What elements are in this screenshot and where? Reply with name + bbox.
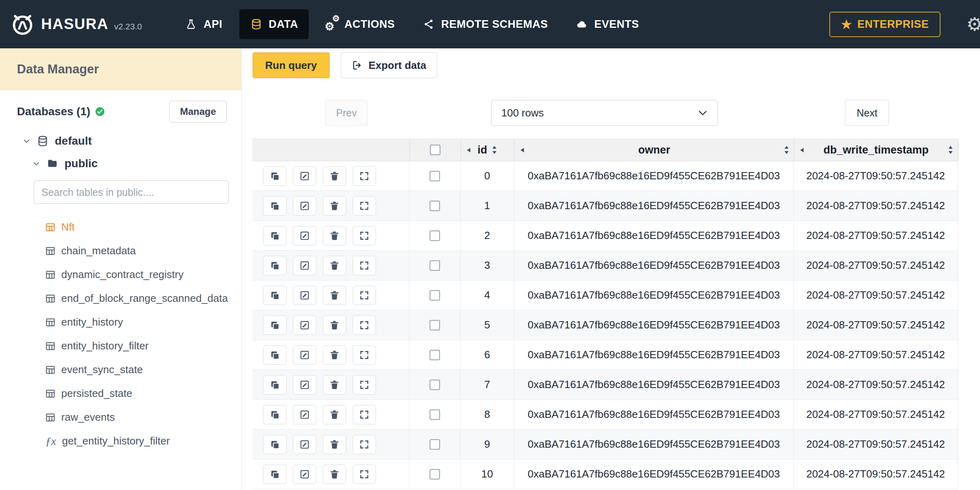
expand-row-button[interactable]: [353, 435, 376, 454]
expand-row-button[interactable]: [353, 345, 376, 365]
row-checkbox[interactable]: [430, 469, 440, 480]
clone-row-button[interactable]: [263, 226, 287, 245]
nav-item-data[interactable]: DATA: [239, 9, 309, 39]
edit-row-button[interactable]: [293, 345, 316, 365]
header-db-write-timestamp[interactable]: db_write_timestamp: [794, 139, 958, 161]
delete-row-button[interactable]: [323, 256, 346, 275]
header-id[interactable]: id: [461, 139, 515, 161]
sort-icon[interactable]: [491, 145, 498, 155]
sidebar-table-item[interactable]: chain_metadata: [0, 239, 241, 263]
row-actions-cell: [253, 161, 409, 191]
row-checkbox[interactable]: [430, 171, 440, 181]
next-page-button[interactable]: Next: [845, 100, 889, 126]
nav-item-remote-schemas[interactable]: REMOTE SCHEMAS: [412, 9, 559, 39]
row-checkbox[interactable]: [430, 409, 440, 420]
sidebar-table-item[interactable]: end_of_block_range_scanned_data: [0, 287, 241, 310]
clone-row-button[interactable]: [263, 465, 287, 484]
collapse-column-icon[interactable]: [799, 147, 805, 153]
sidebar-table-item[interactable]: persisted_state: [0, 382, 241, 405]
sort-icon[interactable]: [947, 145, 954, 155]
chevron-down-icon[interactable]: [32, 160, 40, 168]
rows-per-page-select[interactable]: 100 rows: [491, 100, 718, 126]
clone-row-button[interactable]: [263, 196, 287, 216]
sidebar-function-item[interactable]: ƒx get_entity_history_filter: [0, 429, 241, 453]
edit-row-button[interactable]: [293, 226, 316, 245]
sidebar-table-item[interactable]: event_sync_state: [0, 358, 241, 382]
clone-row-button[interactable]: [263, 286, 287, 305]
enterprise-button[interactable]: ★ ENTERPRISE: [829, 12, 941, 37]
edit-row-button[interactable]: [293, 196, 316, 216]
delete-row-button[interactable]: [323, 375, 346, 394]
delete-row-button[interactable]: [323, 435, 346, 454]
chevron-down-icon[interactable]: [23, 137, 31, 145]
sidebar-table-item[interactable]: entity_history: [0, 310, 241, 334]
row-checkbox-cell: [409, 430, 461, 459]
row-checkbox-cell: [409, 400, 461, 429]
clone-row-button[interactable]: [263, 256, 287, 275]
expand-row-button[interactable]: [353, 196, 376, 216]
row-checkbox[interactable]: [430, 320, 440, 330]
edit-row-button[interactable]: [293, 435, 316, 454]
nav-item-api[interactable]: API: [174, 9, 233, 39]
export-data-button[interactable]: Export data: [341, 52, 437, 78]
sidebar-table-item[interactable]: Nft: [0, 215, 241, 239]
row-checkbox[interactable]: [430, 380, 440, 390]
delete-row-button[interactable]: [323, 316, 346, 335]
clone-row-button[interactable]: [263, 316, 287, 335]
settings-gear-icon[interactable]: ⚙: [966, 13, 980, 35]
manage-button[interactable]: Manage: [169, 101, 227, 122]
delete-row-button[interactable]: [323, 465, 346, 484]
expand-row-button[interactable]: [353, 375, 376, 394]
select-all-checkbox[interactable]: [430, 145, 440, 155]
tree-item-default-database[interactable]: default: [23, 135, 241, 147]
sidebar-table-item[interactable]: dynamic_contract_registry: [0, 263, 241, 287]
expand-row-button[interactable]: [353, 316, 376, 335]
row-checkbox[interactable]: [430, 439, 440, 450]
clone-row-button[interactable]: [263, 345, 287, 365]
tree-item-public-schema[interactable]: public: [32, 157, 241, 170]
expand-row-button[interactable]: [353, 226, 376, 245]
edit-row-button[interactable]: [293, 316, 316, 335]
nav-item-events[interactable]: EVENTS: [565, 9, 650, 39]
sidebar-table-item[interactable]: raw_events: [0, 405, 241, 429]
row-checkbox[interactable]: [430, 260, 440, 271]
row-checkbox[interactable]: [430, 201, 440, 211]
search-tables-input[interactable]: [34, 181, 229, 204]
sort-icon[interactable]: [783, 145, 790, 155]
delete-row-button[interactable]: [323, 226, 346, 245]
edit-row-button[interactable]: [293, 286, 316, 305]
collapse-column-icon[interactable]: [519, 147, 525, 153]
header-owner[interactable]: owner: [515, 139, 794, 161]
delete-row-button[interactable]: [323, 166, 346, 186]
clone-row-button[interactable]: [263, 405, 287, 424]
expand-row-button[interactable]: [353, 256, 376, 275]
delete-row-button[interactable]: [323, 345, 346, 365]
edit-row-button[interactable]: [293, 256, 316, 275]
edit-row-button[interactable]: [293, 405, 316, 424]
expand-row-button[interactable]: [353, 286, 376, 305]
edit-row-button[interactable]: [293, 375, 316, 394]
database-cylinder-icon: [37, 135, 48, 147]
delete-row-button[interactable]: [323, 196, 346, 216]
delete-row-button[interactable]: [323, 405, 346, 424]
expand-row-button[interactable]: [353, 166, 376, 186]
row-actions-cell: [253, 310, 409, 340]
clone-row-button[interactable]: [263, 435, 287, 454]
clone-row-button[interactable]: [263, 166, 287, 186]
row-checkbox[interactable]: [430, 350, 440, 360]
row-checkbox[interactable]: [430, 230, 440, 241]
edit-row-button[interactable]: [293, 465, 316, 484]
nav-item-actions[interactable]: ⚙⚙ ACTIONS: [315, 9, 405, 39]
expand-row-button[interactable]: [353, 465, 376, 484]
delete-row-button[interactable]: [323, 286, 346, 305]
run-query-button[interactable]: Run query: [253, 52, 330, 78]
row-checkbox[interactable]: [430, 290, 440, 301]
clone-row-button[interactable]: [263, 375, 287, 394]
expand-row-button[interactable]: [353, 405, 376, 424]
edit-row-button[interactable]: [293, 166, 316, 186]
prev-page-button[interactable]: Prev: [325, 100, 368, 126]
sidebar-table-item[interactable]: entity_history_filter: [0, 334, 241, 358]
sidebar-table-label: entity_history_filter: [61, 340, 149, 352]
collapse-column-icon[interactable]: [466, 147, 472, 153]
hasura-logo-icon[interactable]: [10, 12, 35, 36]
